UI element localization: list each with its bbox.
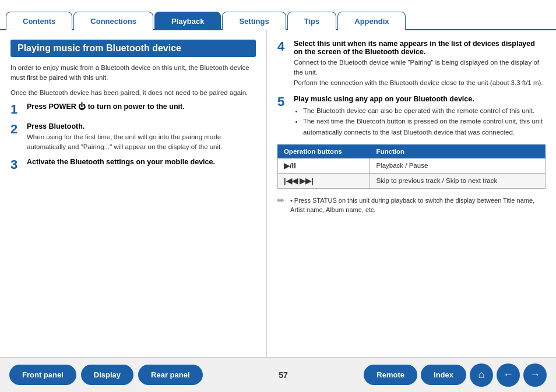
remote-button[interactable]: Remote: [364, 365, 417, 385]
back-button[interactable]: ←: [497, 363, 520, 387]
note-text: • Press STATUS on this unit during playb…: [290, 196, 546, 215]
bottom-left-buttons: Front panel Display Rear panel: [9, 365, 203, 385]
step-1-content: Press POWER ⏻ to turn on power to the un…: [27, 103, 256, 112]
step-1: 1 Press POWER ⏻ to turn on power to the …: [10, 103, 256, 116]
right-column: 4 Select this unit when its name appears…: [267, 30, 556, 357]
step-4-desc: Connect to the Bluetooth device while "P…: [294, 58, 546, 88]
step-2-content: Press Bluetooth. When using for the firs…: [27, 122, 256, 153]
step-5-content: Play music using any app on your Bluetoo…: [294, 95, 546, 137]
step-3-number: 3: [10, 158, 27, 172]
step-4-title: Select this unit when its name appears i…: [294, 40, 546, 56]
step-5-bullets: The Bluetooth device can also be operate…: [294, 105, 546, 137]
bottom-right-buttons: Remote Index ⌂ ← →: [364, 363, 547, 387]
top-navigation: Contents Connections Playback Settings T…: [0, 0, 556, 30]
step-2: 2 Press Bluetooth. When using for the fi…: [10, 122, 256, 153]
bullet-1: The Bluetooth device can also be operate…: [303, 105, 546, 116]
step-4-content: Select this unit when its name appears i…: [294, 40, 546, 88]
home-button[interactable]: ⌂: [470, 363, 493, 387]
forward-button[interactable]: →: [523, 363, 547, 387]
step-5-title: Play music using any app on your Bluetoo…: [294, 95, 546, 103]
tab-connections[interactable]: Connections: [73, 12, 153, 30]
op-function-2: Skip to previous track / Skip to next tr…: [370, 173, 546, 188]
tab-settings[interactable]: Settings: [222, 12, 286, 30]
page-title: Playing music from Bluetooth device: [10, 40, 256, 57]
step-2-number: 2: [10, 122, 27, 136]
bottom-navigation: Front panel Display Rear panel 57 Remote…: [0, 357, 556, 392]
step-3-title: Activate the Bluetooth settings on your …: [27, 158, 256, 166]
display-button[interactable]: Display: [81, 365, 133, 385]
step-4-number: 4: [277, 40, 294, 54]
step-5: 5 Play music using any app on your Bluet…: [277, 95, 546, 137]
main-content: Playing music from Bluetooth device In o…: [0, 30, 556, 357]
table-row: |◀◀ ▶▶| Skip to previous track / Skip to…: [277, 173, 545, 188]
table-row: ▶/II Playback / Pause: [277, 158, 545, 173]
page-number: 57: [279, 370, 288, 380]
op-button-2: |◀◀ ▶▶|: [277, 173, 370, 188]
left-column: Playing music from Bluetooth device In o…: [0, 30, 267, 357]
operation-table: Operation buttons Function ▶/II Playback…: [277, 144, 546, 189]
step-2-desc: When using for the first time, the unit …: [27, 132, 256, 153]
front-panel-button[interactable]: Front panel: [9, 365, 76, 385]
tab-tips[interactable]: Tips: [287, 12, 337, 30]
tab-contents[interactable]: Contents: [6, 12, 72, 30]
tab-appendix[interactable]: Appendix: [337, 12, 406, 30]
step-2-title: Press Bluetooth.: [27, 122, 256, 130]
step-3: 3 Activate the Bluetooth settings on you…: [10, 158, 256, 172]
step-4: 4 Select this unit when its name appears…: [277, 40, 546, 88]
intro-text-2: Once the Bluetooth device has been paire…: [10, 88, 256, 98]
op-function-1: Playback / Pause: [370, 158, 546, 173]
bullet-2: The next time the Bluetooth button is pr…: [303, 116, 546, 137]
intro-text-1: In order to enjoy music from a Bluetooth…: [10, 63, 256, 83]
rear-panel-button[interactable]: Rear panel: [138, 365, 202, 385]
note-section: ✏ • Press STATUS on this unit during pla…: [277, 196, 546, 215]
op-button-1: ▶/II: [277, 158, 370, 173]
step-1-title: Press POWER ⏻ to turn on power to the un…: [27, 103, 256, 111]
pencil-icon: ✏: [277, 196, 287, 205]
step-1-number: 1: [10, 103, 27, 116]
tab-playback[interactable]: Playback: [154, 12, 221, 30]
step-5-number: 5: [277, 95, 294, 109]
step-3-content: Activate the Bluetooth settings on your …: [27, 158, 256, 168]
table-header-op: Operation buttons: [277, 144, 370, 158]
table-header-func: Function: [370, 144, 546, 158]
index-button[interactable]: Index: [421, 365, 466, 385]
